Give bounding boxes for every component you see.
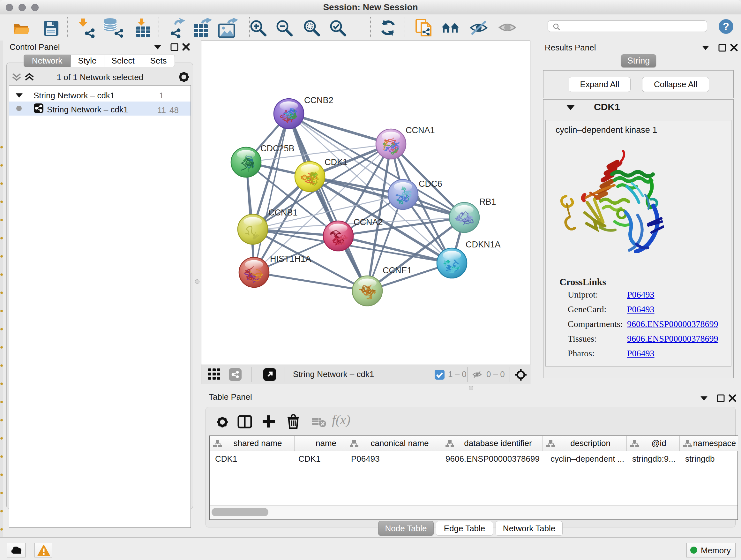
svg-text:CCNB2: CCNB2 [304,96,333,105]
svg-text:CCNE1: CCNE1 [383,266,412,275]
svg-text:CDC25B: CDC25B [260,144,294,153]
svg-text:HIST1H1A: HIST1H1A [270,254,311,264]
svg-text:CCNA2: CCNA2 [354,217,383,227]
svg-text:CCNA1: CCNA1 [406,125,435,135]
svg-text:RB1: RB1 [479,197,496,206]
svg-text:?: ? [723,20,729,32]
svg-text:CDKN1A: CDKN1A [466,240,501,249]
svg-text:CCNB1: CCNB1 [268,208,298,217]
svg-text:CDC6: CDC6 [419,179,442,189]
svg-text:CDK1: CDK1 [325,158,347,167]
